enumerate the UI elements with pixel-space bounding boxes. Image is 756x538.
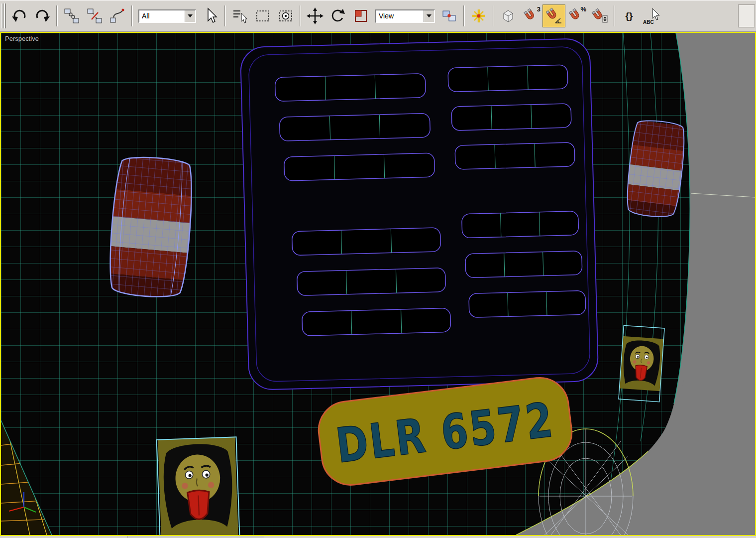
scene-svg: DLR 6572 bbox=[1, 33, 755, 535]
keyboard-shortcut-override-icon bbox=[500, 7, 517, 24]
use-pivot-point-center-button[interactable] bbox=[438, 4, 461, 27]
select-by-name-icon bbox=[231, 7, 248, 24]
undo-icon bbox=[11, 7, 28, 24]
select-by-name-button[interactable] bbox=[228, 4, 251, 27]
perspective-viewport[interactable]: Perspective bbox=[0, 32, 756, 536]
redo-button[interactable] bbox=[31, 4, 54, 27]
bind-to-space-warp-icon bbox=[109, 7, 126, 24]
spinner-snap-toggle-button[interactable] bbox=[588, 4, 611, 27]
percent-sign: % bbox=[580, 6, 586, 12]
redo-icon bbox=[34, 7, 51, 24]
grille-slot bbox=[455, 142, 575, 169]
select-and-rotate-icon bbox=[329, 7, 346, 24]
percent-snap-toggle-button[interactable]: % bbox=[565, 4, 588, 27]
toolbar-separator bbox=[614, 5, 615, 26]
rectangular-selection-region-button[interactable] bbox=[251, 4, 274, 27]
named-selection-sets-button[interactable]: {} bbox=[618, 4, 641, 27]
spinner-snap-icon bbox=[591, 7, 608, 24]
selection-filter-value: All bbox=[139, 10, 185, 22]
unlink-selection-icon bbox=[86, 7, 103, 24]
reference-coordinate-system-value: View bbox=[376, 10, 424, 22]
left-face-decal bbox=[157, 437, 240, 535]
undo-button[interactable] bbox=[8, 4, 31, 27]
time-slider-fragment[interactable] bbox=[127, 536, 264, 538]
select-and-manipulate-icon bbox=[470, 7, 487, 24]
toolbar-separator bbox=[493, 5, 494, 26]
grille-slot bbox=[451, 104, 571, 131]
select-and-scale-icon bbox=[352, 7, 369, 24]
toolbar-separator bbox=[300, 5, 301, 26]
toolbar-separator bbox=[463, 5, 465, 26]
grille-slot bbox=[302, 308, 451, 336]
select-object-button[interactable] bbox=[199, 4, 222, 27]
select-and-link-button[interactable] bbox=[60, 4, 83, 27]
bind-to-space-warp-button[interactable] bbox=[106, 4, 129, 27]
mirror-button[interactable] bbox=[738, 4, 755, 27]
toolbar-separator bbox=[224, 5, 226, 26]
grille-slot bbox=[462, 211, 579, 238]
angle-snap-toggle-button[interactable] bbox=[542, 4, 565, 27]
grille-panel bbox=[240, 38, 599, 390]
grille-slot bbox=[275, 74, 426, 102]
edit-named-selections-button[interactable]: ABC bbox=[641, 4, 663, 27]
grille-slot bbox=[292, 228, 440, 256]
use-pivot-point-center-icon bbox=[441, 7, 458, 24]
grille-slot bbox=[297, 268, 446, 296]
grille-slot bbox=[284, 153, 434, 181]
select-and-manipulate-button[interactable] bbox=[467, 4, 490, 27]
keyboard-shortcut-override-button[interactable] bbox=[497, 4, 520, 27]
viewport-label[interactable]: Perspective bbox=[5, 35, 39, 42]
toolbar-separator bbox=[56, 5, 58, 26]
bottom-strip bbox=[0, 536, 756, 538]
named-selection-sets-icon: {} bbox=[626, 10, 633, 21]
window-crossing-button[interactable] bbox=[274, 4, 297, 27]
dropdown-arrow-icon[interactable] bbox=[424, 10, 434, 22]
grille-slot bbox=[448, 65, 568, 92]
unlink-selection-button[interactable] bbox=[83, 4, 106, 27]
toolbar-separator bbox=[131, 5, 133, 26]
main-toolbar: All bbox=[0, 0, 756, 32]
rectangular-selection-region-icon bbox=[254, 7, 271, 24]
select-and-scale-button[interactable] bbox=[349, 4, 372, 27]
select-object-icon bbox=[202, 7, 219, 24]
grille-slot bbox=[279, 113, 430, 141]
edit-named-selections-label: ABC bbox=[643, 19, 654, 25]
select-and-move-icon bbox=[307, 7, 324, 24]
selection-filter-dropdown[interactable]: All bbox=[138, 9, 196, 23]
angle-snap-icon bbox=[545, 7, 562, 24]
select-and-move-button[interactable] bbox=[304, 4, 326, 27]
snap-3d-superscript: 3 bbox=[537, 6, 540, 12]
window-crossing-icon bbox=[277, 7, 294, 24]
select-and-rotate-button[interactable] bbox=[326, 4, 349, 27]
snap-toggle-3d-button[interactable]: 3 bbox=[520, 4, 542, 27]
grille-slot bbox=[465, 251, 582, 277]
select-and-link-icon bbox=[63, 7, 80, 24]
dropdown-arrow-icon[interactable] bbox=[185, 10, 195, 22]
grille-slot bbox=[469, 290, 586, 317]
reference-coordinate-system-dropdown[interactable]: View bbox=[375, 9, 435, 23]
toolbar-grip[interactable] bbox=[1, 3, 6, 28]
